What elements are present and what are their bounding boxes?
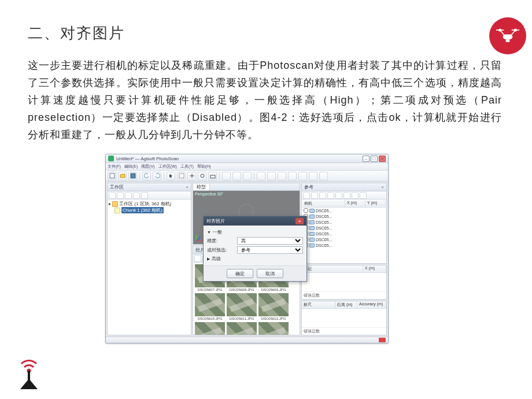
camera-row[interactable]: DSC05... (302, 219, 386, 225)
panel-close-icon[interactable]: × (381, 184, 384, 190)
ws-tool-1[interactable] (109, 192, 116, 199)
ref-tool-7[interactable] (352, 192, 359, 199)
tool-mesh[interactable] (278, 172, 286, 180)
close-button[interactable]: × (379, 156, 386, 162)
panel-close-icon[interactable]: × (186, 184, 189, 190)
antenna-icon (14, 356, 43, 390)
markers-panel: 标记X (m) 错误总数 (301, 265, 387, 300)
ref-tool-6[interactable] (343, 192, 350, 199)
svg-line-19 (197, 237, 201, 241)
ok-button[interactable]: 确定 (227, 269, 253, 278)
ws-tool-5[interactable] (141, 192, 148, 199)
photo-thumb[interactable]: DSC05611.JPG (227, 293, 257, 320)
ws-tool-3[interactable] (125, 192, 132, 199)
camera-row[interactable]: DSC05... (302, 231, 386, 237)
ref-tool-3[interactable] (319, 192, 326, 199)
camera-row[interactable]: DSC05... (302, 237, 386, 242)
workspace-toolbar (108, 191, 191, 200)
svg-point-13 (201, 174, 204, 178)
accuracy-label: 精度: (207, 238, 237, 244)
tool-points[interactable] (257, 172, 265, 180)
slide-body-text: 这一步主要进行相机的标定以及稀疏重建。由于Photoscan对使用者封装了其中的… (28, 57, 502, 143)
workspace-header: 工作区× (108, 183, 191, 191)
tool-select[interactable] (167, 172, 175, 180)
svg-rect-6 (503, 35, 513, 39)
tool-navigate[interactable] (222, 172, 231, 180)
ws-tool-4[interactable] (133, 192, 140, 199)
dialog-close-button[interactable]: × (295, 218, 304, 224)
minimize-button[interactable]: – (363, 156, 370, 162)
tool-zoom[interactable] (232, 172, 241, 180)
tool-redo[interactable] (153, 172, 161, 180)
statusbar (106, 337, 388, 343)
photo-tool-1[interactable] (194, 255, 201, 262)
align-photos-dialog: 对齐照片 × ▼一般 精度: 高 成对预选: 参考 ▶高级 确定 取消 (203, 216, 307, 282)
tool-new[interactable] (108, 172, 116, 180)
svg-rect-11 (131, 173, 135, 178)
tool-dem[interactable] (309, 172, 317, 180)
menu-tools[interactable]: 工具(T) (180, 164, 194, 169)
tool-ortho[interactable] (319, 172, 328, 180)
photo-thumb[interactable]: DSC05610.JPG (195, 293, 225, 320)
dialog-titlebar: 对齐照片 × (204, 216, 306, 226)
maximize-button[interactable]: □ (371, 156, 378, 162)
toolbar (106, 171, 388, 182)
tool-move[interactable] (187, 172, 196, 180)
svg-rect-10 (110, 173, 114, 178)
svg-rect-12 (179, 173, 184, 178)
tool-rotate[interactable] (198, 172, 206, 180)
drone-icon (489, 17, 526, 54)
slide-title: 二、对齐图片 (28, 23, 125, 43)
tool-scale[interactable] (208, 172, 217, 180)
photoscan-window: Untitled* — Agisoft PhotoScan – □ × 文件(F… (105, 154, 389, 343)
photo-thumb[interactable]: DSC05612.JPG (258, 293, 289, 320)
photo-thumb[interactable] (227, 322, 257, 335)
menu-file[interactable]: 文件(F) (108, 164, 121, 169)
workspace-panel: 工作区× ▸工作区 (1 区块, 362 相机) Chunk 1 (362 相机… (107, 183, 191, 335)
menu-edit[interactable]: 编辑(E) (124, 164, 138, 169)
svg-rect-14 (210, 175, 215, 178)
window-title: Untitled* — Agisoft PhotoScan (116, 156, 179, 161)
photo-thumb[interactable] (195, 322, 225, 335)
menu-help[interactable]: 帮助(H) (197, 164, 211, 169)
titlebar: Untitled* — Agisoft PhotoScan – □ × (106, 154, 388, 163)
menu-workspace[interactable]: 工作区(W) (158, 164, 177, 169)
status-icon (379, 338, 386, 342)
camera-row[interactable]: DSC05... (302, 225, 386, 231)
tool-undo[interactable] (142, 172, 151, 180)
tool-dense[interactable] (267, 172, 276, 180)
ref-tool-8[interactable] (360, 192, 367, 199)
tool-rect-select[interactable] (177, 172, 186, 180)
ref-tool-1[interactable] (303, 192, 310, 199)
cancel-button[interactable]: 取消 (257, 269, 283, 278)
pair-preselection-label: 成对预选: (207, 247, 237, 253)
accuracy-select[interactable]: 高 (237, 237, 303, 245)
tool-save[interactable] (128, 172, 137, 180)
tool-reset[interactable] (243, 172, 252, 180)
tool-tiled[interactable] (298, 172, 307, 180)
ws-tool-2[interactable] (117, 192, 124, 199)
svg-rect-7 (506, 39, 510, 42)
viewport-label: Perspective 30° (195, 192, 223, 196)
ref-tool-4[interactable] (327, 192, 334, 199)
camera-row[interactable]: DSC05... (302, 213, 386, 219)
camera-row[interactable]: DSC05... (302, 242, 386, 248)
tab-model[interactable]: 模型 (193, 184, 210, 190)
workspace-tree[interactable]: ▸工作区 (1 区块, 362 相机) Chunk 1 (362 相机) (108, 200, 191, 335)
reference-panel: 参考× 相机 X (m) Y (m) (301, 183, 387, 264)
photo-thumb[interactable] (258, 322, 289, 335)
ref-tool-2[interactable] (311, 192, 318, 199)
scalebar-panel: 标尺距离 (m)Accuracy (m) 错误总数 (301, 301, 387, 335)
camera-row[interactable]: DSC05... (302, 208, 386, 213)
ref-tool-5[interactable] (335, 192, 342, 199)
menu-view[interactable]: 视图(V) (141, 164, 154, 169)
menubar: 文件(F) 编辑(E) 视图(V) 工作区(W) 工具(T) 帮助(H) (106, 163, 388, 171)
tool-texture[interactable] (288, 172, 297, 180)
pair-preselection-select[interactable]: 参考 (237, 246, 303, 254)
app-icon (108, 156, 114, 161)
tool-open[interactable] (118, 172, 127, 180)
